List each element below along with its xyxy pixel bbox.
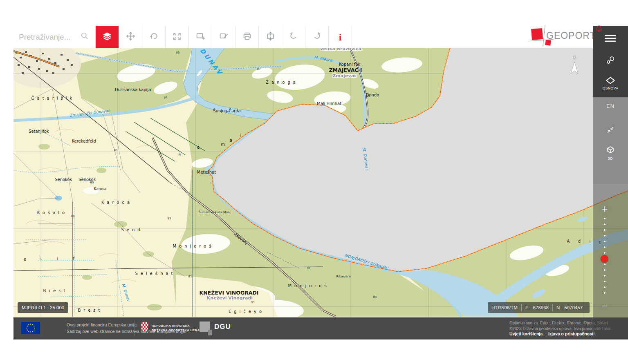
menu-button[interactable]	[593, 34, 628, 43]
map-label: i	[240, 133, 242, 138]
map-label: A	[567, 239, 570, 243]
map-label: Čatarišik	[31, 96, 75, 100]
map-label: Ribarnica	[336, 275, 350, 278]
footer-divider	[135, 321, 135, 336]
zoom-control: + −	[596, 203, 613, 312]
map-label: H	[178, 152, 182, 157]
print-icon	[242, 31, 252, 43]
northing-value: 5070457	[563, 305, 586, 310]
geoportal-app: { "brand": {"name": "GEOPORTAL"}, "toolb…	[0, 0, 628, 364]
map-label: Kneževi Vinogradi	[207, 295, 253, 301]
info-button[interactable]: i	[328, 26, 352, 48]
map-label: Kosalo	[37, 210, 67, 215]
map-label: d	[578, 239, 581, 243]
language-label: EN	[606, 103, 614, 109]
zoom-slider-handle[interactable]	[601, 255, 608, 263]
pan-button[interactable]	[119, 26, 142, 48]
map-label: Mali Himhat	[317, 101, 341, 106]
map-label: Žanoga	[266, 80, 298, 85]
map-label: Šetanjifok	[29, 129, 49, 134]
share-icon	[605, 55, 616, 66]
cube-icon	[605, 145, 616, 155]
map-label: Selešhat	[135, 271, 175, 276]
accessibility-link[interactable]: Izjava o pristupačnosti.	[548, 331, 596, 336]
bell-icon	[594, 24, 604, 34]
undo-icon	[289, 31, 298, 43]
scale-label: MJERILO 1 : 25 000	[22, 305, 64, 310]
map-label: Monjoroš	[288, 284, 329, 288]
redo-button[interactable]	[305, 26, 328, 48]
collapse-button[interactable]	[593, 125, 628, 134]
map-label: e	[24, 257, 26, 261]
undo-button[interactable]	[282, 26, 305, 48]
map-label: 85	[90, 181, 94, 184]
gov-line-2: DRŽAVNA GEODETSKA UPRAVA	[152, 328, 204, 333]
hamburger-icon	[605, 34, 616, 43]
map-label: Brest	[78, 308, 103, 313]
map-label: Monjoroš	[173, 244, 214, 248]
view-3d-button[interactable]: 3D	[593, 145, 628, 161]
collapse-icon	[606, 125, 615, 134]
redo-icon	[312, 31, 322, 43]
basemap-label: OSNOVA	[603, 86, 619, 90]
notifications-button[interactable]	[581, 24, 617, 34]
share-button[interactable]	[593, 55, 628, 66]
map-label: š	[39, 257, 41, 261]
previous-extent-button[interactable]	[142, 26, 165, 48]
zoom-rectangle-icon	[195, 31, 206, 43]
info-icon: i	[339, 32, 342, 42]
sidebar-light-section	[593, 97, 628, 184]
logo-red-square	[531, 28, 543, 40]
basemap-button[interactable]: OSNOVA	[593, 76, 628, 90]
dgu-text: DGU	[214, 323, 231, 331]
zoom-out-button[interactable]: −	[601, 300, 608, 312]
map-label: KNEŽEVI VINOGRADI	[200, 290, 259, 296]
croatian-coat-of-arms	[141, 322, 148, 331]
north-label: S	[573, 54, 576, 60]
draw-rectangle-icon	[219, 31, 229, 43]
map-label: Karoca	[101, 200, 132, 205]
crs-label: HTRS96/TM	[488, 305, 521, 310]
map-label: 84	[71, 214, 75, 218]
view-3d-label: 3D	[608, 156, 613, 161]
map-label: Zmajevac	[332, 73, 357, 78]
fullscreen-icon	[172, 31, 182, 43]
search-icon[interactable]	[80, 31, 89, 42]
terms-link[interactable]: Uvjeti korištenja.	[509, 331, 544, 336]
map-label: 82	[307, 267, 311, 270]
diamond-icon	[605, 76, 616, 85]
map-label: Send	[121, 228, 143, 232]
fullscreen-button[interactable]	[165, 26, 188, 48]
layers-button[interactable]	[95, 26, 119, 48]
dgu-mark	[200, 322, 210, 332]
previous-extent-icon	[149, 31, 159, 43]
gov-line-1: REPUBLIKA HRVATSKA	[152, 324, 204, 328]
map-label: 85	[176, 51, 180, 54]
language-button[interactable]: EN	[593, 103, 628, 109]
topographic-map[interactable]: S DUNAVŽanogaKopani fokZMAJEVAC IZmajeva…	[13, 48, 628, 317]
zoom-in-button[interactable]: +	[601, 203, 608, 215]
easting-value: 678968	[532, 305, 552, 310]
northing-label: N	[553, 305, 563, 310]
map-label: Kopani fok	[339, 62, 361, 67]
map-label: 81	[188, 275, 192, 278]
print-button[interactable]	[235, 26, 258, 48]
search-input[interactable]	[13, 32, 81, 42]
map-label: Egičevo	[229, 309, 265, 314]
map-label: ZMAJEVAC I	[329, 67, 362, 73]
map-label: Brest	[43, 288, 68, 293]
map-label: 83	[168, 217, 171, 220]
search-box	[13, 26, 95, 48]
draw-rectangle-button[interactable]	[212, 26, 235, 48]
dgu-logo: DGU	[200, 322, 231, 332]
government-title: REPUBLIKA HRVATSKA DRŽAVNA GEODETSKA UPR…	[152, 324, 204, 333]
map-label: Kerekedfeld	[72, 139, 96, 143]
easting-label: E	[522, 305, 532, 310]
map-viewport[interactable]: S DUNAVŽanogaKopani fokZMAJEVAC IZmajeva…	[13, 48, 628, 317]
map-label: a	[230, 138, 232, 143]
footer: Ovaj projekt financira Europska unija. S…	[13, 317, 628, 339]
layers-icon	[102, 31, 112, 43]
map-label: 83	[251, 301, 255, 304]
zoom-rectangle-button[interactable]	[188, 26, 212, 48]
import-export-button[interactable]	[258, 26, 282, 48]
